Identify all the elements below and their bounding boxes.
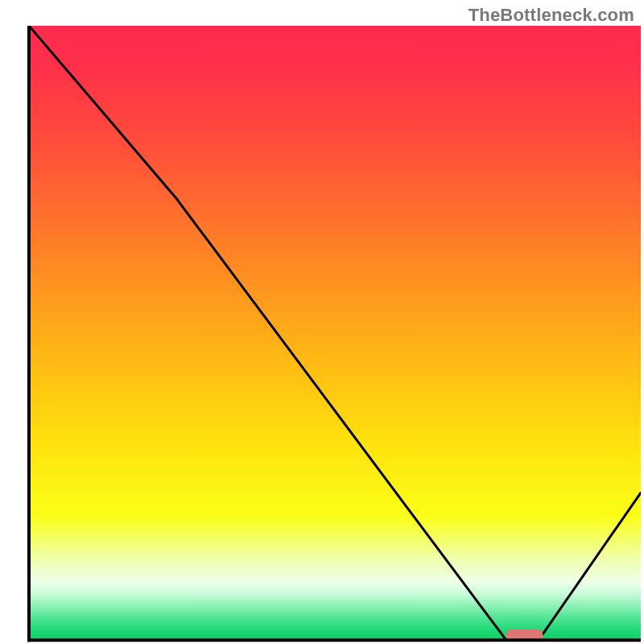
chart-container: TheBottleneck.com (0, 0, 644, 644)
watermark-text: TheBottleneck.com (469, 5, 634, 26)
gradient-background (29, 26, 641, 640)
bottleneck-chart (0, 0, 644, 644)
